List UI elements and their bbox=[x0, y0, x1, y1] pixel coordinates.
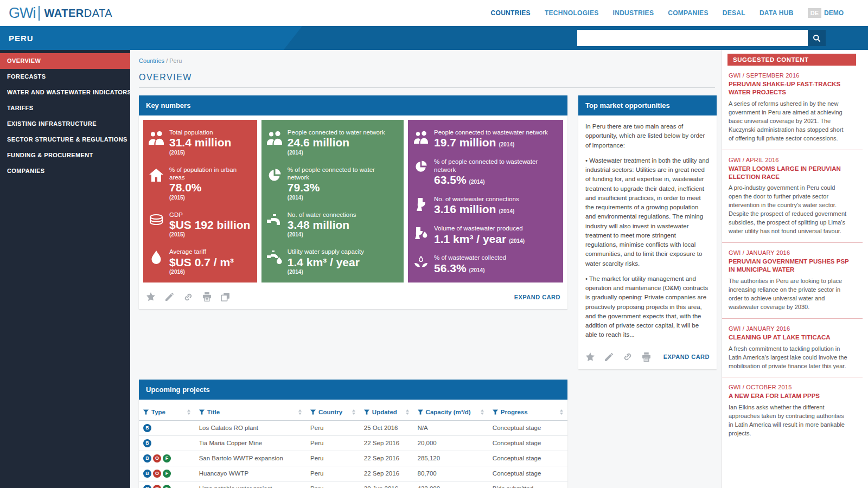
sort-toggle[interactable] bbox=[406, 409, 409, 415]
build-badge: B bbox=[143, 470, 151, 478]
country-title: PERU bbox=[9, 34, 34, 43]
operate-badge: O bbox=[153, 454, 161, 463]
sidebar-item-tariffs[interactable]: TARIFFS bbox=[0, 100, 130, 116]
house-icon bbox=[148, 168, 165, 182]
article-title[interactable]: WATER LOOMS LARGE IN PERUVIAN ELECTION R… bbox=[729, 165, 850, 181]
stat-label: GDP bbox=[169, 211, 250, 219]
sidebar-item-existing-infrastructure[interactable]: EXISTING INFRASTRUCTURE bbox=[0, 116, 130, 132]
sidebar-item-funding-procurement[interactable]: FUNDING & PROCUREMENT bbox=[0, 147, 130, 163]
filter-funnel-icon[interactable] bbox=[310, 409, 316, 415]
filter-funnel-icon[interactable] bbox=[493, 409, 498, 415]
nav-countries[interactable]: COUNTRIES bbox=[491, 9, 531, 17]
stat-value: 56.3% bbox=[434, 262, 467, 274]
search-bar bbox=[577, 30, 826, 46]
project-title[interactable]: Los Calatos RO plant bbox=[195, 420, 306, 435]
build-badge: B bbox=[143, 454, 151, 463]
nav-data-hub[interactable]: DATA HUB bbox=[760, 9, 794, 17]
filter-funnel-icon[interactable] bbox=[199, 409, 205, 415]
edit-pencil-icon[interactable] bbox=[604, 352, 614, 362]
table-row[interactable]: BOF Lima potable water project Peru 30 J… bbox=[139, 481, 567, 488]
column-header-capacity[interactable]: Capacity (m³/d) bbox=[413, 404, 488, 421]
filter-funnel-icon[interactable] bbox=[418, 409, 423, 415]
column-header-progress[interactable]: Progress bbox=[488, 404, 567, 421]
filter-funnel-icon[interactable] bbox=[364, 409, 369, 415]
faucet-icon bbox=[266, 213, 283, 226]
stat-pct-water-network: % of people connected to water network 7… bbox=[266, 166, 398, 201]
article-title[interactable]: PERUVIAN SHAKE-UP FAST-TRACKS WATER PROJ… bbox=[729, 80, 850, 97]
column-header-updated[interactable]: Updated bbox=[360, 404, 413, 421]
project-title[interactable]: Tia Maria Copper Mine bbox=[195, 435, 306, 451]
article-title[interactable]: PERUVIAN GOVERNMENT PUSHES PSP IN MUNICI… bbox=[729, 258, 850, 274]
pie-chart-icon bbox=[266, 168, 283, 182]
breadcrumb: Countries / Peru bbox=[139, 57, 715, 64]
print-icon[interactable] bbox=[642, 352, 651, 362]
search-button[interactable] bbox=[808, 30, 826, 46]
project-title[interactable]: San Bartolo WWTP expansion bbox=[195, 451, 306, 466]
table-row[interactable]: BOF San Bartolo WWTP expansion Peru 22 S… bbox=[139, 451, 567, 466]
sort-toggle[interactable] bbox=[560, 409, 563, 415]
stat-value: $US 192 billion bbox=[169, 219, 250, 232]
table-row[interactable]: B Los Calatos RO plant Peru 25 Oct 2016 … bbox=[139, 420, 567, 435]
breadcrumb-current: Peru bbox=[169, 57, 182, 64]
stat-total-population: Total population 31.4 million (2015) bbox=[148, 129, 252, 156]
stat-label: Average tariff bbox=[169, 248, 234, 255]
article-title[interactable]: A NEW ERA FOR LATAM PPPS bbox=[729, 392, 850, 400]
column-header-title[interactable]: Title bbox=[195, 404, 306, 421]
stat-label: Volume of wastewater produced bbox=[434, 224, 525, 232]
suggested-article: GWI / APRIL 2016 WATER LOOMS LARGE IN PE… bbox=[722, 150, 863, 243]
sort-toggle[interactable] bbox=[481, 409, 484, 415]
key-numbers-card: Key numbers Total population 31.4 millio… bbox=[139, 95, 567, 309]
stat-label: No. of water connections bbox=[288, 211, 356, 219]
print-icon[interactable] bbox=[202, 292, 212, 301]
opportunities-paragraph: • The market for utility management and … bbox=[585, 274, 710, 340]
nav-industries[interactable]: INDUSTRIES bbox=[613, 9, 654, 17]
breadcrumb-countries-link[interactable]: Countries bbox=[139, 57, 164, 64]
stat-label: People connected to wastewater network bbox=[434, 129, 548, 136]
stat-value: 78.0% bbox=[169, 181, 252, 194]
top-market-opportunities-card: Top market opportunities In Peru there a… bbox=[578, 95, 717, 369]
user-menu[interactable]: DE DEMO bbox=[808, 8, 844, 18]
water-drop-icon bbox=[148, 250, 165, 265]
copy-card-icon[interactable] bbox=[221, 292, 230, 301]
column-header-type[interactable]: Type bbox=[139, 404, 195, 421]
projects-card-title: Upcoming projects bbox=[139, 380, 567, 400]
sidebar-item-forecasts[interactable]: FORECASTS bbox=[0, 69, 130, 85]
key-numbers-green-column: People connected to water network 24.6 m… bbox=[261, 120, 404, 282]
article-date: GWI / APRIL 2016 bbox=[729, 157, 850, 163]
filter-funnel-icon[interactable] bbox=[143, 409, 149, 415]
column-header-country[interactable]: Country bbox=[306, 404, 360, 421]
logo-data-text: DATA bbox=[84, 7, 112, 20]
favorite-star-icon[interactable] bbox=[146, 292, 156, 301]
expand-card-link[interactable]: EXPAND CARD bbox=[663, 354, 710, 360]
project-title[interactable]: Huancayo WWTP bbox=[195, 466, 306, 481]
sort-toggle[interactable] bbox=[352, 409, 355, 415]
sidebar-item-overview[interactable]: OVERVIEW bbox=[0, 53, 130, 69]
expand-card-link[interactable]: EXPAND CARD bbox=[514, 294, 560, 300]
favorite-star-icon[interactable] bbox=[585, 352, 595, 362]
article-date: GWI / OCTOBER 2015 bbox=[729, 384, 850, 390]
table-row[interactable]: B Tia Maria Copper Mine Peru 22 Sep 2016… bbox=[139, 435, 567, 451]
edit-pencil-icon[interactable] bbox=[165, 292, 174, 301]
toilet-drop-icon bbox=[412, 227, 430, 241]
gwi-waterdata-logo[interactable]: GWi WATERDATA bbox=[9, 5, 112, 22]
link-icon[interactable] bbox=[623, 352, 633, 361]
stat-year: (2014) bbox=[469, 179, 485, 185]
suggested-content-title: SUGGESTED CONTENT bbox=[727, 54, 856, 66]
sidebar-item-companies[interactable]: COMPANIES bbox=[0, 163, 130, 179]
article-title[interactable]: CLEANING UP AT LAKE TITICACA bbox=[729, 333, 850, 342]
user-initials-badge: DE bbox=[808, 8, 821, 18]
sort-toggle[interactable] bbox=[298, 409, 302, 415]
sort-toggle[interactable] bbox=[187, 409, 190, 415]
table-row[interactable]: BOF Huancayo WWTP Peru 22 Sep 2016 80,70… bbox=[139, 466, 567, 481]
nav-technologies[interactable]: TECHNOLOGIES bbox=[545, 9, 599, 17]
nav-desal[interactable]: DESAL bbox=[723, 9, 745, 17]
sidebar-item-water-wastewater-indicators[interactable]: WATER AND WASTEWATER INDICATORS bbox=[0, 85, 130, 100]
search-icon bbox=[813, 34, 821, 42]
search-input[interactable] bbox=[577, 30, 808, 46]
stat-label: % of people connected to water network bbox=[288, 166, 398, 182]
link-icon[interactable] bbox=[183, 293, 193, 301]
stat-people-wastewater-network: People connected to wastewater network 1… bbox=[412, 129, 558, 150]
sidebar-item-sector-structure[interactable]: SECTOR STRUCTURE & REGULATIONS bbox=[0, 132, 130, 147]
project-title[interactable]: Lima potable water project bbox=[195, 481, 306, 488]
nav-companies[interactable]: COMPANIES bbox=[668, 9, 708, 17]
